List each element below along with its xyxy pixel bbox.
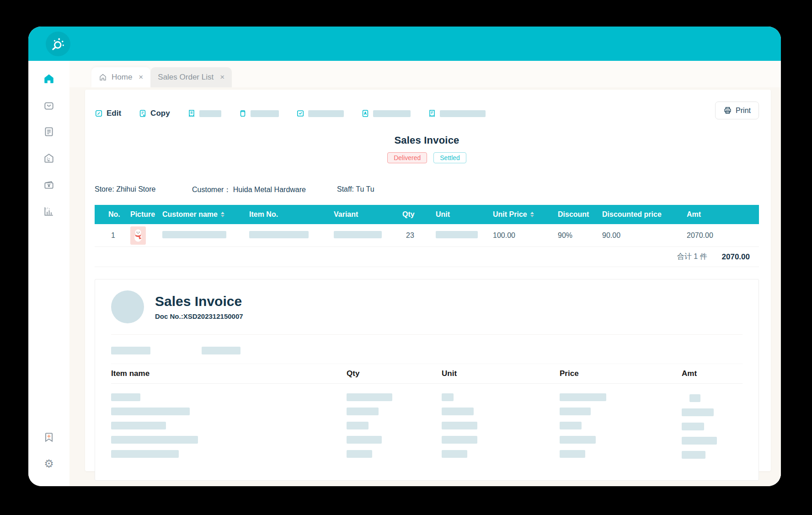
- page-title: Sales Invoice: [95, 134, 759, 146]
- wallet-yen-icon: [43, 179, 55, 191]
- toolbar-action-pdf[interactable]: [361, 109, 411, 118]
- cell-discount: 90%: [558, 231, 602, 240]
- copy-icon: [139, 109, 147, 118]
- tab-close-icon[interactable]: ×: [137, 73, 143, 82]
- placeholder-bar: [347, 450, 372, 458]
- table-total-row: 合计 1 件 2070.00: [95, 247, 759, 267]
- bar-chart-icon: [43, 205, 55, 217]
- placeholder-bar: [162, 231, 226, 238]
- placeholder-bar: [111, 408, 190, 415]
- preview-header: Sales Invoice Doc No.:XSD202312150007: [111, 290, 743, 323]
- placeholder-bar: [560, 393, 606, 401]
- print-button[interactable]: Print: [715, 102, 759, 119]
- shopping-bag-icon: [43, 99, 55, 111]
- total-count-label: 合计 1 件: [677, 252, 707, 262]
- placeholder-bar: [111, 422, 166, 429]
- tab-bar: Home × Sales Order List ×: [69, 61, 781, 87]
- doc-number: Doc No.:XSD202312150007: [155, 312, 243, 320]
- copy-button[interactable]: Copy: [139, 109, 170, 118]
- total-amount: 2070.00: [722, 252, 750, 262]
- placeholder-bar: [442, 450, 467, 458]
- pdf-file-icon: [361, 109, 369, 118]
- placeholder-bar: [560, 436, 596, 444]
- tab-close-icon[interactable]: ×: [218, 73, 224, 82]
- content-area: Edit Copy: [69, 87, 781, 486]
- edit-button[interactable]: Edit: [95, 109, 121, 118]
- product-thumbnail: [130, 226, 146, 245]
- sort-icon[interactable]: [530, 212, 534, 217]
- preview-column-price: Price: [560, 369, 682, 378]
- tab-label: Sales Order List: [158, 73, 214, 82]
- placeholder-bar: [560, 408, 591, 415]
- placeholder-bar: [111, 450, 179, 458]
- column-header-discount: Discount: [558, 210, 602, 219]
- preview-column-item-name: Item name: [111, 369, 347, 378]
- column-header-unit: Unit: [436, 210, 493, 219]
- placeholder-bar: [442, 408, 474, 415]
- placeholder-bar: [202, 347, 240, 354]
- app-header: [28, 27, 781, 61]
- cell-item-no: [249, 231, 334, 240]
- cell-unit-price: 100.00: [493, 231, 558, 240]
- sidebar-item-documents[interactable]: [42, 125, 56, 139]
- sidebar-item-reports[interactable]: [42, 204, 56, 218]
- home-icon: [43, 73, 55, 85]
- preview-row: [111, 448, 743, 462]
- toolbar-action-ticket[interactable]: [428, 109, 486, 118]
- sidebar-item-bookmark-add[interactable]: [42, 430, 56, 444]
- order-table-header: No. Picture Customer name Item No. Varia…: [95, 205, 759, 224]
- sort-icon[interactable]: [221, 212, 224, 217]
- toolbar-action-receipt[interactable]: [187, 109, 221, 118]
- column-header-qty: Qty: [402, 210, 436, 219]
- order-info-row: Store: Zhihui Store Customer： Huida Meta…: [95, 185, 759, 195]
- brand-logo[interactable]: [46, 32, 70, 56]
- placeholder-bar: [111, 393, 140, 401]
- column-header-no: No.: [95, 210, 130, 219]
- tab-sales-order-list[interactable]: Sales Order List ×: [150, 67, 232, 87]
- sales-invoice-card: Edit Copy: [85, 90, 771, 471]
- toolbar-action-package[interactable]: [239, 109, 279, 118]
- cell-picture[interactable]: [130, 226, 162, 245]
- placeholder-bar: [308, 110, 344, 117]
- sidebar-item-warehouse[interactable]: [42, 151, 56, 165]
- column-header-amt: Amt: [687, 210, 759, 219]
- cell-unit: [436, 231, 493, 240]
- column-header-item-no: Item No.: [249, 210, 334, 219]
- tab-home[interactable]: Home ×: [91, 67, 150, 87]
- home-icon: [99, 73, 107, 81]
- status-badge-settled: Settled: [433, 152, 466, 163]
- brand-logo-icon: [50, 36, 66, 52]
- sidebar-item-finance[interactable]: [42, 178, 56, 192]
- column-header-unit-price[interactable]: Unit Price: [493, 210, 558, 219]
- placeholder-bar: [682, 423, 704, 430]
- tab-label: Home: [112, 73, 132, 82]
- column-header-customer-name[interactable]: Customer name: [162, 210, 249, 219]
- preview-row: [111, 434, 743, 448]
- sidebar-item-home[interactable]: [42, 72, 56, 86]
- placeholder-bar: [682, 437, 717, 445]
- placeholder-bar: [560, 450, 585, 458]
- table-row[interactable]: 1: [95, 224, 759, 247]
- placeholder-bar: [111, 347, 150, 354]
- column-header-variant: Variant: [334, 210, 402, 219]
- column-header-picture: Picture: [130, 210, 162, 219]
- sidebar: ⚙: [28, 61, 69, 486]
- toolbar-action-message[interactable]: [296, 109, 344, 118]
- placeholder-bar: [440, 110, 486, 117]
- app-window: ⚙ Home × Sales Order List ×: [28, 27, 781, 486]
- placeholder-bar: [347, 393, 392, 401]
- screen-background: ⚙ Home × Sales Order List ×: [0, 0, 812, 515]
- placeholder-bar: [347, 408, 379, 415]
- placeholder-bar: [373, 110, 411, 117]
- preview-row: [111, 391, 743, 405]
- sidebar-item-orders[interactable]: [42, 98, 56, 112]
- placeholder-bar: [111, 436, 198, 444]
- receipt-icon: [187, 109, 196, 118]
- sidebar-item-settings[interactable]: ⚙: [42, 457, 56, 471]
- placeholder-bar: [347, 422, 369, 429]
- cell-amt: 2070.00: [687, 231, 759, 240]
- cell-variant: [334, 231, 402, 240]
- placeholder-bar: [249, 231, 309, 238]
- divider: [111, 334, 743, 335]
- gear-icon: ⚙: [44, 458, 54, 469]
